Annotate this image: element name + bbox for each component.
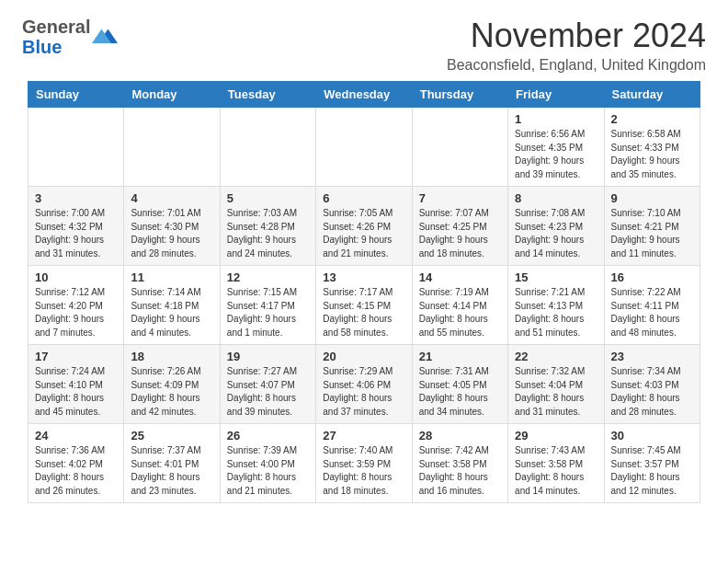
- day-info: Sunrise: 7:14 AM Sunset: 4:18 PM Dayligh…: [131, 287, 200, 338]
- day-info: Sunrise: 7:39 AM Sunset: 4:00 PM Dayligh…: [227, 445, 297, 496]
- weekday-header-tuesday: Tuesday: [220, 82, 315, 108]
- day-info: Sunrise: 7:40 AM Sunset: 3:59 PM Dayligh…: [323, 445, 392, 496]
- day-number: 9: [611, 191, 693, 205]
- logo: General Blue: [22, 17, 118, 57]
- day-info: Sunrise: 7:36 AM Sunset: 4:02 PM Dayligh…: [35, 445, 105, 496]
- calendar-cell: 19Sunrise: 7:27 AM Sunset: 4:07 PM Dayli…: [220, 345, 315, 424]
- calendar-cell: 29Sunrise: 7:43 AM Sunset: 3:58 PM Dayli…: [508, 424, 604, 503]
- day-info: Sunrise: 7:12 AM Sunset: 4:20 PM Dayligh…: [35, 287, 105, 338]
- calendar-cell: 6Sunrise: 7:05 AM Sunset: 4:26 PM Daylig…: [316, 187, 412, 266]
- logo-icon: [92, 24, 118, 50]
- day-number: 12: [227, 270, 309, 284]
- calendar-cell: 21Sunrise: 7:31 AM Sunset: 4:05 PM Dayli…: [412, 345, 507, 424]
- day-number: 20: [323, 350, 404, 363]
- day-info: Sunrise: 7:34 AM Sunset: 4:03 PM Dayligh…: [611, 366, 681, 417]
- day-number: 3: [35, 191, 117, 205]
- calendar-cell: 18Sunrise: 7:26 AM Sunset: 4:09 PM Dayli…: [124, 345, 220, 424]
- day-number: 1: [515, 112, 597, 126]
- day-info: Sunrise: 7:01 AM Sunset: 4:30 PM Dayligh…: [131, 208, 200, 259]
- calendar-cell: 12Sunrise: 7:15 AM Sunset: 4:17 PM Dayli…: [220, 266, 315, 345]
- calendar-cell: 3Sunrise: 7:00 AM Sunset: 4:32 PM Daylig…: [28, 187, 124, 266]
- day-number: 5: [227, 191, 309, 205]
- weekday-header-saturday: Saturday: [604, 82, 700, 108]
- day-info: Sunrise: 7:10 AM Sunset: 4:21 PM Dayligh…: [611, 208, 681, 259]
- day-info: Sunrise: 7:21 AM Sunset: 4:13 PM Dayligh…: [515, 287, 585, 338]
- month-title: November 2024: [447, 17, 706, 55]
- calendar-cell: 1Sunrise: 6:56 AM Sunset: 4:35 PM Daylig…: [508, 108, 604, 187]
- title-block: November 2024 Beaconsfield, England, Uni…: [447, 17, 706, 74]
- day-info: Sunrise: 7:37 AM Sunset: 4:01 PM Dayligh…: [131, 445, 200, 496]
- calendar-week-4: 17Sunrise: 7:24 AM Sunset: 4:10 PM Dayli…: [28, 345, 700, 424]
- calendar-cell: 2Sunrise: 6:58 AM Sunset: 4:33 PM Daylig…: [604, 108, 700, 187]
- day-info: Sunrise: 7:31 AM Sunset: 4:05 PM Dayligh…: [419, 366, 489, 417]
- day-info: Sunrise: 7:05 AM Sunset: 4:26 PM Dayligh…: [323, 208, 392, 259]
- calendar-cell: 27Sunrise: 7:40 AM Sunset: 3:59 PM Dayli…: [316, 424, 412, 503]
- calendar-week-2: 3Sunrise: 7:00 AM Sunset: 4:32 PM Daylig…: [28, 187, 700, 266]
- day-info: Sunrise: 7:03 AM Sunset: 4:28 PM Dayligh…: [227, 208, 297, 259]
- day-number: 6: [323, 191, 404, 205]
- calendar-cell: 7Sunrise: 7:07 AM Sunset: 4:25 PM Daylig…: [412, 187, 507, 266]
- page-header: General Blue November 2024 Beaconsfield,…: [0, 0, 728, 81]
- day-number: 23: [611, 350, 693, 363]
- calendar-cell: [220, 108, 315, 187]
- day-info: Sunrise: 7:22 AM Sunset: 4:11 PM Dayligh…: [611, 287, 681, 338]
- day-number: 13: [323, 270, 404, 284]
- calendar-cell: [124, 108, 220, 187]
- day-number: 25: [131, 429, 212, 442]
- day-number: 15: [515, 270, 597, 284]
- calendar-wrapper: SundayMondayTuesdayWednesdayThursdayFrid…: [0, 81, 728, 516]
- calendar-cell: [412, 108, 507, 187]
- day-info: Sunrise: 7:00 AM Sunset: 4:32 PM Dayligh…: [35, 208, 105, 259]
- day-info: Sunrise: 7:32 AM Sunset: 4:04 PM Dayligh…: [515, 366, 585, 417]
- calendar-cell: 8Sunrise: 7:08 AM Sunset: 4:23 PM Daylig…: [508, 187, 604, 266]
- day-info: Sunrise: 6:56 AM Sunset: 4:35 PM Dayligh…: [515, 129, 585, 179]
- calendar-week-3: 10Sunrise: 7:12 AM Sunset: 4:20 PM Dayli…: [28, 266, 700, 345]
- day-info: Sunrise: 7:29 AM Sunset: 4:06 PM Dayligh…: [323, 366, 392, 417]
- day-info: Sunrise: 7:17 AM Sunset: 4:15 PM Dayligh…: [323, 287, 392, 338]
- day-number: 22: [515, 350, 597, 363]
- calendar-cell: 24Sunrise: 7:36 AM Sunset: 4:02 PM Dayli…: [28, 424, 124, 503]
- day-info: Sunrise: 7:08 AM Sunset: 4:23 PM Dayligh…: [515, 208, 585, 259]
- calendar-table: SundayMondayTuesdayWednesdayThursdayFrid…: [28, 81, 700, 503]
- day-number: 28: [419, 429, 501, 442]
- day-number: 24: [35, 429, 117, 442]
- day-info: Sunrise: 7:24 AM Sunset: 4:10 PM Dayligh…: [35, 366, 105, 417]
- calendar-cell: 23Sunrise: 7:34 AM Sunset: 4:03 PM Dayli…: [604, 345, 700, 424]
- day-number: 4: [131, 191, 212, 205]
- calendar-cell: [316, 108, 412, 187]
- day-number: 29: [515, 429, 597, 442]
- calendar-cell: 22Sunrise: 7:32 AM Sunset: 4:04 PM Dayli…: [508, 345, 604, 424]
- calendar-cell: 15Sunrise: 7:21 AM Sunset: 4:13 PM Dayli…: [508, 266, 604, 345]
- calendar-header: SundayMondayTuesdayWednesdayThursdayFrid…: [28, 82, 700, 108]
- day-number: 14: [419, 270, 501, 284]
- calendar-cell: 9Sunrise: 7:10 AM Sunset: 4:21 PM Daylig…: [604, 187, 700, 266]
- day-number: 2: [611, 112, 693, 126]
- calendar-week-5: 24Sunrise: 7:36 AM Sunset: 4:02 PM Dayli…: [28, 424, 700, 503]
- weekday-header-row: SundayMondayTuesdayWednesdayThursdayFrid…: [28, 82, 700, 108]
- day-number: 8: [515, 191, 597, 205]
- weekday-header-sunday: Sunday: [28, 82, 124, 108]
- calendar-week-1: 1Sunrise: 6:56 AM Sunset: 4:35 PM Daylig…: [28, 108, 700, 187]
- calendar-cell: 20Sunrise: 7:29 AM Sunset: 4:06 PM Dayli…: [316, 345, 412, 424]
- day-info: Sunrise: 7:27 AM Sunset: 4:07 PM Dayligh…: [227, 366, 297, 417]
- day-number: 10: [35, 270, 117, 284]
- calendar-cell: 28Sunrise: 7:42 AM Sunset: 3:58 PM Dayli…: [412, 424, 507, 503]
- day-number: 21: [419, 350, 501, 363]
- day-info: Sunrise: 7:43 AM Sunset: 3:58 PM Dayligh…: [515, 445, 585, 496]
- calendar-cell: 5Sunrise: 7:03 AM Sunset: 4:28 PM Daylig…: [220, 187, 315, 266]
- logo-blue-text: Blue: [22, 37, 62, 57]
- calendar-cell: 25Sunrise: 7:37 AM Sunset: 4:01 PM Dayli…: [124, 424, 220, 503]
- day-number: 16: [611, 270, 693, 284]
- weekday-header-wednesday: Wednesday: [316, 82, 412, 108]
- calendar-cell: 16Sunrise: 7:22 AM Sunset: 4:11 PM Dayli…: [604, 266, 700, 345]
- day-number: 30: [611, 429, 693, 442]
- calendar-cell: 30Sunrise: 7:45 AM Sunset: 3:57 PM Dayli…: [604, 424, 700, 503]
- location: Beaconsfield, England, United Kingdom: [447, 57, 706, 74]
- weekday-header-friday: Friday: [508, 82, 604, 108]
- day-info: Sunrise: 7:26 AM Sunset: 4:09 PM Dayligh…: [131, 366, 200, 417]
- calendar-cell: 17Sunrise: 7:24 AM Sunset: 4:10 PM Dayli…: [28, 345, 124, 424]
- day-number: 19: [227, 350, 309, 363]
- day-number: 11: [131, 270, 212, 284]
- calendar-cell: 14Sunrise: 7:19 AM Sunset: 4:14 PM Dayli…: [412, 266, 507, 345]
- calendar-cell: 11Sunrise: 7:14 AM Sunset: 4:18 PM Dayli…: [124, 266, 220, 345]
